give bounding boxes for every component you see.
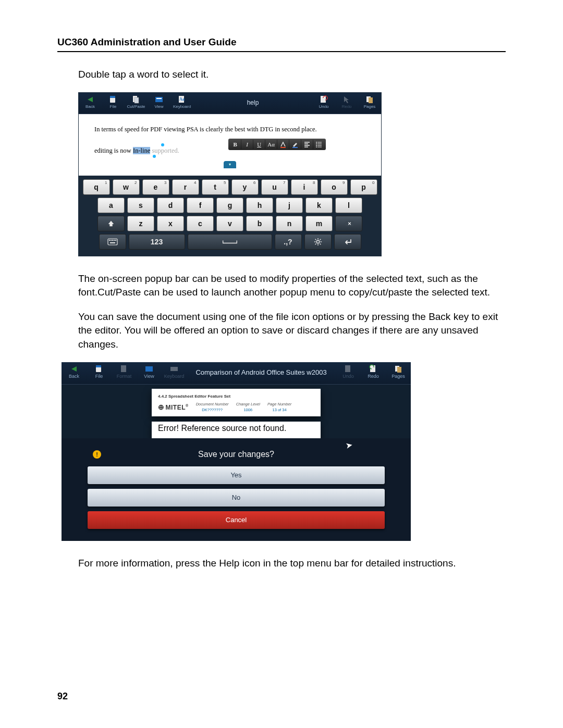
document-line-2a: editing is now xyxy=(94,147,133,154)
key-j[interactable]: j xyxy=(276,198,303,213)
popup-list-button[interactable] xyxy=(313,140,325,149)
key-n[interactable]: n xyxy=(276,216,303,231)
toolbar2-file-button[interactable]: File xyxy=(87,362,112,383)
key-w[interactable]: w2 xyxy=(113,179,140,195)
svg-point-13 xyxy=(316,142,317,143)
key-numeric[interactable]: 123 xyxy=(129,234,185,250)
popup-text-color-button[interactable] xyxy=(277,140,289,149)
selection-handle-top[interactable] xyxy=(161,143,164,146)
key-v[interactable]: v xyxy=(216,216,243,231)
svg-rect-38 xyxy=(345,365,350,372)
toolbar-view-label: View xyxy=(154,104,163,109)
svg-point-15 xyxy=(316,145,317,146)
pages-icon xyxy=(394,364,403,374)
key-d[interactable]: d xyxy=(157,198,184,213)
popup-underline-button[interactable]: U xyxy=(253,140,265,149)
keyboard-icon: Aa xyxy=(177,95,187,104)
key-g[interactable]: g xyxy=(216,198,243,213)
key-e[interactable]: e3 xyxy=(142,179,169,195)
key-c[interactable]: c xyxy=(187,216,214,231)
key-k[interactable]: k xyxy=(305,198,333,213)
changelevel-label: Change Level xyxy=(236,402,260,406)
key-backspace[interactable] xyxy=(335,216,362,231)
key-q[interactable]: q1 xyxy=(83,179,110,195)
key-u[interactable]: u7 xyxy=(261,179,288,195)
popup-bold-button[interactable]: B xyxy=(229,140,241,149)
svg-text:Aa: Aa xyxy=(179,97,185,102)
toolbar-cutpaste-button[interactable]: Cut/Paste xyxy=(125,93,148,113)
changelevel-value: 1006 xyxy=(243,408,252,412)
key-z[interactable]: z xyxy=(127,216,154,231)
toolbar2-format-button[interactable]: Format xyxy=(112,362,137,383)
svg-rect-4 xyxy=(155,97,163,102)
selected-text[interactable]: In-line xyxy=(133,147,150,154)
intro-paragraph: Double tap a word to select it. xyxy=(78,68,506,82)
editor-toolbar-2: Back File Format View Keyboard Compariso… xyxy=(62,362,411,385)
toolbar2-back-button[interactable]: Back xyxy=(62,362,87,383)
key-b[interactable]: b xyxy=(246,216,273,231)
toolbar-pages-button[interactable]: Pages xyxy=(358,93,381,113)
svg-line-31 xyxy=(315,243,316,244)
pagenum-field: Page Number 13 of 34 xyxy=(267,402,291,412)
popup-align-button[interactable] xyxy=(301,140,313,149)
key-i[interactable]: i8 xyxy=(291,179,318,195)
document-page-preview: 4.4.2 Spreadsheet Editor Feature Set MIT… xyxy=(152,389,321,416)
toolbar-redo-button[interactable]: Redo xyxy=(335,93,358,113)
key-y[interactable]: y6 xyxy=(231,179,259,195)
key-enter[interactable] xyxy=(334,234,361,250)
popup-highlight-button[interactable] xyxy=(289,140,301,149)
dialog-yes-button[interactable]: Yes xyxy=(88,466,385,484)
screenshot-save-dialog: Back File Format View Keyboard Compariso… xyxy=(62,362,411,541)
key-x[interactable]: x xyxy=(157,216,184,231)
key-space[interactable] xyxy=(188,234,272,250)
key-input-method[interactable] xyxy=(99,234,126,250)
key-m[interactable]: m xyxy=(305,216,333,231)
toolbar2-keyboard-label: Keyboard xyxy=(164,374,185,379)
selection-handle-bottom[interactable] xyxy=(153,155,156,158)
toolbar2-keyboard-button[interactable]: Keyboard xyxy=(162,362,187,383)
toolbar2-view-button[interactable]: View xyxy=(137,362,162,383)
document-line-2b: supported. xyxy=(150,147,179,154)
onscreen-keyboard: q1w2e3r4t5y6u7i8o9p0 asdfghjkl zxcvbnm 1… xyxy=(79,176,381,256)
svg-rect-18 xyxy=(109,240,110,241)
file-icon xyxy=(94,364,104,374)
key-shift[interactable] xyxy=(97,216,125,231)
toolbar-back-label: Back xyxy=(85,104,95,109)
toolbar-undo-button[interactable]: Undo xyxy=(312,93,335,113)
key-a[interactable]: a xyxy=(97,198,125,213)
keyboard-collapse-tab[interactable]: ▾ xyxy=(224,161,236,168)
header-rule xyxy=(57,51,506,52)
key-l[interactable]: l xyxy=(335,198,362,213)
format-icon xyxy=(119,364,129,374)
toolbar-cutpaste-label: Cut/Paste xyxy=(127,104,145,109)
dialog-no-button[interactable]: No xyxy=(88,489,385,507)
dialog-cancel-button[interactable]: Cancel xyxy=(88,511,385,529)
key-settings[interactable] xyxy=(304,234,332,250)
key-p[interactable]: p0 xyxy=(350,179,377,195)
dialog-title-row: ! Save your changes? xyxy=(88,443,385,466)
popup-italic-button[interactable]: I xyxy=(241,140,253,149)
toolbar2-view-label: View xyxy=(144,374,154,379)
svg-rect-20 xyxy=(112,240,113,241)
warning-icon: ! xyxy=(93,450,101,459)
key-f[interactable]: f xyxy=(187,198,214,213)
key-r[interactable]: r4 xyxy=(172,179,199,195)
toolbar-file-button[interactable]: File xyxy=(102,93,125,113)
editor-document-area[interactable]: In terms of speed for PDF viewing PSA is… xyxy=(79,114,381,176)
toolbar-view-button[interactable]: View xyxy=(148,93,170,113)
popup-font-button[interactable]: Aα xyxy=(265,140,277,149)
key-punctuation[interactable]: .,? xyxy=(275,234,302,250)
key-o[interactable]: o9 xyxy=(321,179,348,195)
key-s[interactable]: s xyxy=(127,198,154,213)
toolbar2-redo-button[interactable]: Redo xyxy=(361,362,386,383)
paragraph-popup-bar: The on-screen popup bar can be used to m… xyxy=(78,272,506,300)
doc-section-heading: 4.4.2 Spreadsheet Editor Feature Set xyxy=(158,394,314,399)
toolbar-back-button[interactable]: Back xyxy=(79,93,102,113)
toolbar2-undo-button[interactable]: Undo xyxy=(336,362,361,383)
key-h[interactable]: h xyxy=(246,198,273,213)
svg-point-14 xyxy=(316,143,317,144)
toolbar-keyboard-button[interactable]: Aa Keyboard xyxy=(170,93,193,113)
key-t[interactable]: t5 xyxy=(202,179,229,195)
toolbar2-pages-button[interactable]: Pages xyxy=(386,362,411,383)
toolbar2-pages-label: Pages xyxy=(391,374,405,379)
